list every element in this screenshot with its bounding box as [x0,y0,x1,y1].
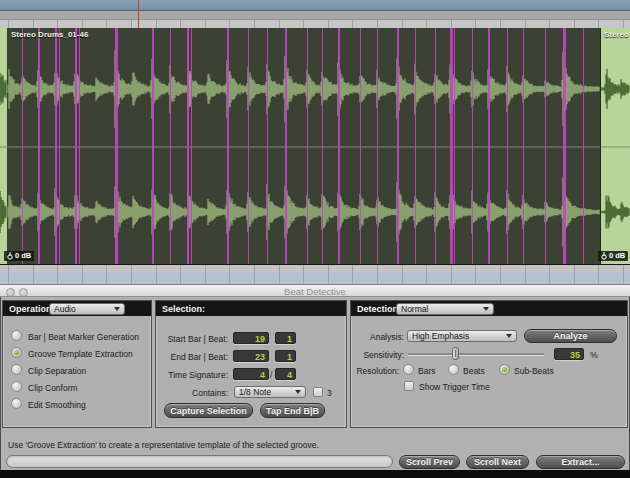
ruler-tempo[interactable] [0,11,630,20]
radio-edit-smoothing-label[interactable]: Edit Smoothing [28,400,86,410]
analyze-button[interactable]: Analyze [524,329,617,343]
detection-header-label: Detection: [357,304,401,314]
hint-text: Use 'Groove Extraction' to create a repr… [8,440,319,450]
volume-icon [7,252,13,260]
tap-end-button[interactable]: Tap End B|B [260,403,325,418]
timeline-bar[interactable] [0,0,630,11]
analysis-label: Analysis: [354,332,404,342]
chevron-down-icon [506,334,512,338]
resolution-label: Resolution: [351,366,399,376]
radio-clip-separation[interactable] [11,364,22,375]
time-signature-label: Time Signature: [160,370,228,380]
detection-mode-value: Normal [401,304,428,314]
show-trigger-time-checkbox[interactable] [404,381,414,391]
extract-button[interactable]: Extract... [536,455,625,469]
radio-bar-beat-marker[interactable] [11,330,22,341]
audio-track[interactable]: Stereo Drums_01-46 Stereo 0 dB 0 dB [0,28,630,264]
end-bar-beat-label: End Bar | Beat: [160,352,228,362]
clip-gain-badge[interactable]: 0 dB [4,251,34,261]
progress-bar [6,455,393,468]
triplet-checkbox[interactable] [313,387,323,397]
sensitivity-label: Sensitivity: [354,350,404,360]
selection-header: Selection: [156,301,346,316]
bottom-bar [0,470,630,478]
operation-panel: Operation: Audio Bar | Beat Marker Gener… [2,300,152,428]
chevron-down-icon [114,307,120,311]
radio-groove-template-label[interactable]: Groove Template Extraction [28,349,133,359]
playhead-cursor[interactable] [138,0,139,28]
chevron-down-icon [295,390,301,394]
detection-panel: Detection: Normal Analysis: High Emphasi… [350,300,628,428]
radio-clip-separation-label[interactable]: Clip Separation [28,366,86,376]
triplet-label: 3 [327,388,332,398]
analysis-value: High Emphasis [412,331,469,341]
show-trigger-time-label[interactable]: Show Trigger Time [419,382,490,392]
start-beat-field[interactable]: 1 [275,332,296,344]
detection-mode-dropdown[interactable]: Normal [396,303,494,315]
radio-bars[interactable] [403,364,414,375]
scroll-next-button[interactable]: Scroll Next [466,455,529,469]
radio-groove-template[interactable] [11,347,22,358]
clip-gain-label: 0 dB [15,252,31,260]
start-bar-field[interactable]: 19 [233,332,269,344]
operation-mode-dropdown[interactable]: Audio [49,303,125,315]
radio-sub-beats-label[interactable]: Sub-Beats [514,366,554,376]
right-clip-gain-badge[interactable]: 0 dB [598,251,628,261]
end-beat-field[interactable]: 1 [275,350,296,362]
chevron-down-icon [483,307,489,311]
pro-tools-edit-window: Stereo Drums_01-46 Stereo 0 dB 0 dB Beat… [0,0,630,478]
selection-header-label: Selection: [162,304,205,314]
radio-bar-beat-marker-label[interactable]: Bar | Beat Marker Generation [28,332,139,342]
right-clip-gain-label: 0 dB [609,252,625,260]
end-bar-field[interactable]: 23 [233,350,269,362]
sensitivity-value-field[interactable]: 35 [554,348,584,360]
operation-mode-value: Audio [54,304,76,314]
sensitivity-slider-track[interactable] [408,353,544,355]
percent-label: % [590,350,598,360]
analysis-dropdown[interactable]: High Emphasis [407,330,517,342]
selection-panel: Selection: Start Bar | Beat: 19 1 End Ba… [155,300,347,428]
contains-value: 1/8 Note [239,387,271,397]
right-clip-name-label: Stereo [604,30,629,39]
radio-sub-beats[interactable] [499,364,510,375]
radio-edit-smoothing[interactable] [11,398,22,409]
radio-clip-conform-label[interactable]: Clip Conform [28,383,78,393]
waveform-display[interactable] [0,28,630,264]
ts-separator: / [270,370,272,380]
sensitivity-slider-thumb[interactable] [452,347,459,360]
contains-dropdown[interactable]: 1/8 Note [234,386,306,398]
operation-header-label: Operation: [9,304,55,314]
contains-label: Contains: [160,388,228,398]
beat-detective-titlebar[interactable]: Beat Detective [0,284,630,297]
ts-numerator-field[interactable]: 4 [233,368,269,380]
volume-icon [601,252,607,260]
radio-beats[interactable] [448,364,459,375]
scroll-prev-button[interactable]: Scroll Prev [399,455,460,469]
capture-selection-button[interactable]: Capture Selection [164,403,253,418]
clip-name-label: Stereo Drums_01-46 [11,30,88,39]
ts-denominator-field[interactable]: 4 [275,368,296,380]
radio-bars-label[interactable]: Bars [418,366,435,376]
start-bar-beat-label: Start Bar | Beat: [160,334,228,344]
window-title: Beat Detective [0,286,630,297]
radio-clip-conform[interactable] [11,381,22,392]
radio-beats-label[interactable]: Beats [463,366,485,376]
